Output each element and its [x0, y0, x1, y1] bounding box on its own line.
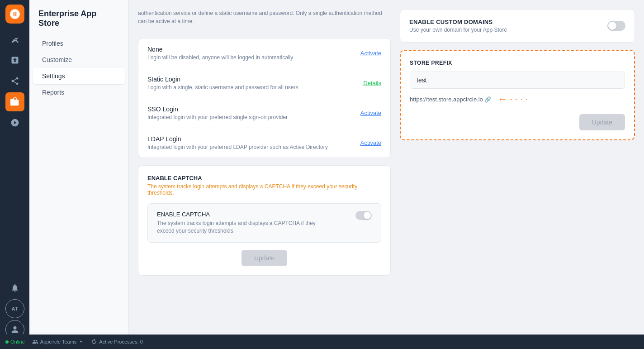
captcha-title: ENABLE CAPTCHA: [147, 175, 381, 182]
arrow-dashes: - - - -: [510, 96, 528, 102]
sidebar-item-store[interactable]: [5, 92, 24, 111]
team-label: Appcircle Teams: [40, 339, 77, 344]
auth-sso-info: SSO Login Integrated login with your pre…: [147, 105, 288, 120]
captcha-inner-info: ENABLE CAPTCHA The system tracks login a…: [157, 211, 329, 235]
bottom-bar: Online Appcircle Teams Active Processes:…: [0, 335, 644, 349]
auth-static-desc: Login with a single, static username and…: [147, 84, 298, 91]
nav-sidebar: Enterprise App Store Profiles Customize …: [29, 0, 129, 349]
auth-ldap-info: LDAP Login Integrated login with your pr…: [147, 135, 328, 150]
store-prefix-label: STORE PREFIX: [410, 60, 625, 66]
app-logo[interactable]: [5, 5, 24, 24]
auth-ldap-title: LDAP Login: [147, 135, 328, 143]
auth-option-sso: SSO Login Integrated login with your pre…: [138, 98, 390, 128]
sidebar-item-customize[interactable]: Customize: [33, 52, 125, 68]
domains-title: ENABLE CUSTOM DOMAINS: [409, 19, 507, 25]
left-panel: authentication service or define a stati…: [138, 9, 391, 340]
online-status: Online: [5, 339, 25, 344]
auth-option-none: None Login will be disabled, anyone will…: [138, 38, 390, 68]
icon-sidebar: AT: [0, 0, 29, 349]
auth-none-info: None Login will be disabled, anyone will…: [147, 46, 293, 61]
auth-option-ldap: LDAP Login Integrated login with your pr…: [138, 128, 390, 158]
right-panel: ENABLE CUSTOM DOMAINS Use your own domai…: [400, 9, 635, 340]
orange-arrow: ←: [497, 93, 507, 105]
sidebar-title: Enterprise App Store: [29, 7, 128, 35]
prefix-url-link[interactable]: https://test.store.appcircle.io: [410, 96, 483, 103]
main-content: authentication service or define a stati…: [129, 0, 644, 349]
store-prefix-input[interactable]: [410, 72, 625, 89]
auth-static-info: Static Login Login with a single, static…: [147, 76, 298, 91]
processes-label: Active Processes: 0: [99, 339, 143, 344]
captcha-inner-desc: The system tracks login attempts and dis…: [157, 220, 329, 235]
custom-domains-card: ENABLE CUSTOM DOMAINS Use your own domai…: [400, 9, 635, 43]
sidebar-item-build[interactable]: [5, 30, 24, 49]
auth-none-desc: Login will be disabled, anyone will be l…: [147, 54, 293, 61]
prefix-url-text: https://test.store.appcircle.io 🔗: [410, 96, 491, 103]
domains-description: Use your own domain for your App Store: [409, 27, 507, 33]
domains-info: ENABLE CUSTOM DOMAINS Use your own domai…: [409, 19, 507, 33]
sidebar-item-distribute[interactable]: [5, 72, 24, 91]
captcha-inner: ENABLE CAPTCHA The system tracks login a…: [147, 203, 381, 243]
team-icon: [32, 339, 38, 345]
domains-toggle[interactable]: [607, 21, 625, 31]
store-prefix-update-button[interactable]: Update: [579, 114, 625, 130]
org-initials: AT: [12, 306, 18, 311]
auth-description: authentication service or define a stati…: [138, 9, 391, 31]
auth-static-details-button[interactable]: Details: [363, 80, 381, 86]
auth-sso-title: SSO Login: [147, 105, 288, 113]
logo-icon: [9, 8, 21, 20]
captcha-inner-title: ENABLE CAPTCHA: [157, 211, 329, 218]
team-info: Appcircle Teams: [32, 339, 84, 345]
captcha-update-button[interactable]: Update: [242, 250, 287, 266]
chevron-down-icon[interactable]: [78, 339, 84, 344]
captcha-description: The system tracks login attempts and dis…: [147, 183, 381, 196]
sidebar-item-notifications[interactable]: [5, 278, 24, 297]
online-label: Online: [10, 339, 25, 344]
store-prefix-card: STORE PREFIX https://test.store.appcircl…: [400, 50, 635, 140]
process-icon: [91, 339, 97, 345]
sidebar-item-settings[interactable]: Settings: [33, 68, 125, 84]
processes-info: Active Processes: 0: [91, 339, 143, 345]
auth-sso-desc: Integrated login with your preferred sin…: [147, 114, 288, 120]
sidebar-item-publish[interactable]: [5, 51, 24, 70]
auth-ldap-desc: Integrated login with your preferred LDA…: [147, 144, 328, 150]
online-dot: [5, 340, 9, 344]
sidebar-item-org[interactable]: AT: [5, 299, 24, 318]
sidebar-item-insights[interactable]: [5, 113, 24, 132]
auth-none-activate-button[interactable]: Activate: [360, 50, 381, 57]
auth-sso-activate-button[interactable]: Activate: [360, 110, 381, 116]
sidebar-item-profiles[interactable]: Profiles: [33, 35, 125, 52]
auth-none-title: None: [147, 46, 293, 53]
auth-options-card: None Login will be disabled, anyone will…: [138, 38, 391, 158]
auth-static-title: Static Login: [147, 76, 298, 83]
auth-ldap-activate-button[interactable]: Activate: [360, 139, 381, 146]
sidebar-item-reports[interactable]: Reports: [33, 84, 125, 100]
captcha-toggle[interactable]: [355, 211, 372, 220]
auth-option-static: Static Login Login with a single, static…: [138, 68, 390, 98]
captcha-card: ENABLE CAPTCHA The system tracks login a…: [138, 165, 391, 276]
prefix-url-row: https://test.store.appcircle.io 🔗 ← - - …: [410, 93, 625, 105]
external-link-icon: 🔗: [484, 96, 491, 103]
